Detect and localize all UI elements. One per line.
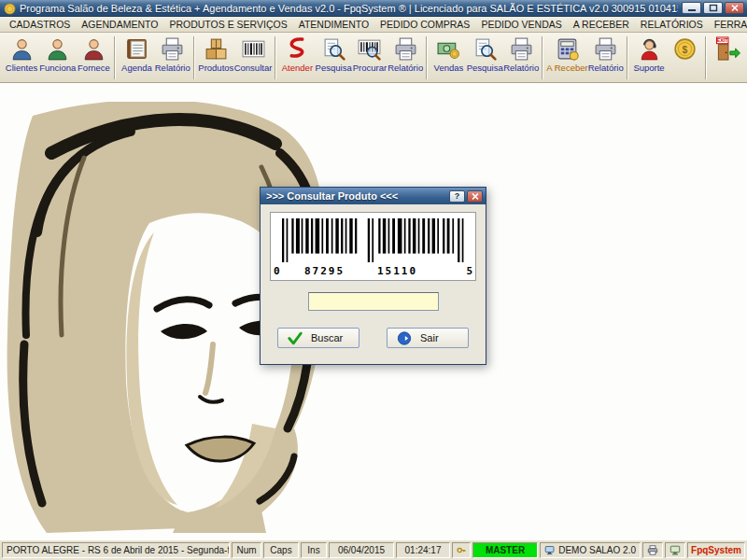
report-icon [160,36,185,62]
key-icon [457,544,466,556]
report-icon [509,36,534,62]
toolbar-button-vendas-relatorio[interactable]: Relatório [503,35,540,75]
close-button[interactable] [725,2,744,14]
dialog-title: >>> Consultar Produto <<< [266,190,447,202]
toolbar-separator [114,36,116,79]
search-icon [472,36,498,62]
barcode-search-icon [357,36,382,62]
toolbar-button-a-receber-relatorio[interactable]: Relatório [587,35,624,75]
toolbar-button-label: Relatório [388,63,423,73]
toolbar-button-label: Relatório [155,63,190,73]
status-printer-panel[interactable] [642,542,663,558]
support-icon [637,36,662,62]
product-code-input[interactable] [308,292,439,311]
toolbar-button-label: Atender [282,63,313,73]
window-title: Programa Salão de Beleza & Estética + Ag… [20,3,678,14]
status-database: DEMO SALAO 2.0 [540,542,641,558]
toolbar-separator [426,36,428,79]
menu-item-pedido-vendas[interactable]: PEDIDO VENDAS [475,18,567,31]
toolbar-button-a-receber[interactable]: A Receber [546,35,587,75]
printer-icon [647,544,658,556]
toolbar-button-produtos[interactable]: Produtos [198,35,234,75]
toolbar-button-label: A Receber [546,63,587,73]
sales-icon [436,36,461,62]
menu-item-pedido-compras[interactable]: PEDIDO COMPRAS [374,18,475,31]
dialog-titlebar[interactable]: >>> Consultar Produto <<< ? [261,188,486,204]
report-icon [393,36,418,62]
toolbar-button-fornecedores[interactable]: Fornece [76,35,111,75]
toolbar-button-vendas-pesquisa[interactable]: Pesquisa [466,35,502,75]
check-icon [288,331,303,345]
dialog-close-button[interactable] [467,190,483,203]
status-monitor-panel[interactable] [665,542,685,558]
toolbar-button-consultar[interactable]: Consultar [234,35,273,75]
suppliers-icon [81,36,106,62]
toolbar-separator [627,36,628,79]
menu-item-atendimento[interactable]: ATENDIMENTO [293,18,374,31]
menu-item-ferramentas[interactable]: FERRAMENTAS [709,18,747,31]
toolbar-button-atendimento-relatorio[interactable]: Relatório [388,35,424,75]
toolbar-button-funcionarios[interactable]: Funciona [39,35,76,75]
maximize-button[interactable] [703,2,723,14]
toolbar-button-sair[interactable]: EXIT [710,35,745,63]
toolbar-button-label: Agenda [121,63,152,73]
minimize-button[interactable] [682,2,701,14]
barcode-digit-left: 0 [274,265,280,277]
status-user-badge: MASTER [472,542,538,558]
toolbar-button-clientes[interactable]: Clientes [4,35,39,75]
toolbar-button-procurar[interactable]: Procurar [352,35,388,75]
barcode-bars [282,218,464,262]
database-icon [544,544,555,556]
barcode-image: 0 87295 15110 5 [270,212,476,281]
menu-item-cadastros[interactable]: CADASTROS [4,18,76,31]
toolbar-button-atender[interactable]: Atender [279,35,315,75]
receivables-icon [555,36,580,62]
toolbar-button-label: Fornece [78,63,110,73]
toolbar-button-label: Suporte [633,63,664,73]
buscar-button[interactable]: Buscar [277,328,359,348]
status-num-lock: Num [232,542,261,558]
menu-item-produtos-servicos[interactable]: PRODUTOS E SERVIÇOS [163,18,292,31]
toolbar-button-label: Relatório [503,63,539,73]
toolbar-button-agenda-relatorio[interactable]: Relatório [154,35,190,75]
dialog-body: 0 87295 15110 5 Buscar Sair [261,204,486,348]
barcode-digit-group1: 87295 [304,265,345,277]
menubar: CADASTROS AGENDAMENTO PRODUTOS E SERVIÇO… [0,17,747,33]
sair-button[interactable]: Sair [387,328,469,348]
barcode-digit-group2: 15110 [377,265,417,277]
menu-item-relatorios[interactable]: RELATÓRIOS [635,18,709,31]
toolbar-button-agenda[interactable]: Agenda [119,35,154,75]
toolbar-button-label: Vendas [434,63,464,73]
exit-door-icon: EXIT [712,36,742,62]
monitor-icon [669,544,681,556]
toolbar-button-label: Pesquisa [467,63,503,73]
barcode-digit-right: 5 [466,265,472,277]
menu-item-agendamento[interactable]: AGENDAMENTO [76,18,163,31]
report-icon [593,36,618,62]
svg-text:$: $ [682,45,687,55]
main-canvas: >>> Consultar Produto <<< ? [0,83,747,539]
attend-icon [285,36,310,62]
status-database-label: DEMO SALAO 2.0 [558,545,636,555]
status-insert: Ins [301,542,327,558]
toolbar-button-caixa[interactable]: $ [667,35,702,63]
toolbar-separator [193,36,195,79]
menu-item-a-receber[interactable]: A RECEBER [568,18,635,31]
toolbar-button-label: Procurar [353,63,387,73]
employees-icon [45,36,70,62]
dialog-help-button[interactable]: ? [449,190,465,203]
toolbar-button-atendimento-pesquisa[interactable]: Pesquisa [315,35,351,75]
input-row [270,292,476,311]
toolbar-separator [275,36,276,79]
products-icon [204,36,229,62]
window-controls [682,2,744,14]
toolbar-button-label: Relatório [588,63,624,73]
status-key-panel [452,542,471,558]
sair-button-label: Sair [420,332,439,343]
coin-icon: $ [672,36,698,62]
toolbar-button-vendas[interactable]: Vendas [430,35,466,75]
status-time: 01:24:17 [396,542,450,558]
toolbar-button-suporte[interactable]: Suporte [631,35,667,75]
app-icon [4,2,16,14]
toolbar-separator [705,36,707,79]
